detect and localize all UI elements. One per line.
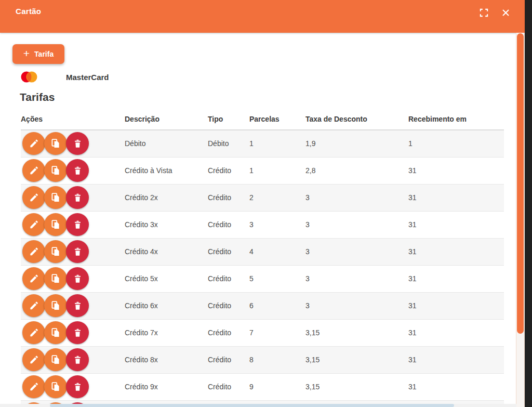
copy-button[interactable] [44,132,67,155]
cell-recebimento: 31 [408,319,504,346]
copy-icon [50,354,61,365]
edit-button[interactable] [22,213,45,236]
delete-button[interactable] [66,267,89,290]
row-actions [21,294,125,317]
cell-parcelas: 1 [249,130,305,157]
delete-button[interactable] [66,348,89,371]
table-body: Débito Débito 1 1,9 1 [21,130,504,407]
delete-button[interactable] [66,159,89,182]
table-header: Ações Descrição Tipo Parcelas Taxa de De… [21,107,504,130]
row-actions [21,240,125,263]
copy-button[interactable] [44,294,67,317]
table-row: Crédito 4x Crédito 4 3 31 [21,238,504,265]
trash-icon [72,246,83,257]
copy-button[interactable] [44,321,67,344]
section-title: Tarifas [20,90,512,104]
cell-descricao: Débito [125,130,208,157]
edit-button[interactable] [22,294,45,317]
trash-icon [72,219,83,230]
copy-icon [50,300,61,311]
edit-button[interactable] [22,240,45,263]
card-brand-label: MasterCard [66,73,109,82]
edit-button[interactable] [22,348,45,371]
cell-parcelas: 3 [249,211,305,238]
copy-button[interactable] [44,348,67,371]
modal-header: Cartão [0,0,525,33]
cell-taxa: 3 [305,184,408,211]
cell-tipo: Crédito [208,319,249,346]
pencil-icon [28,192,39,203]
copy-button[interactable] [44,375,67,398]
edit-button[interactable] [22,267,45,290]
table-row: Crédito 3x Crédito 3 3 31 [21,211,504,238]
cell-taxa: 3 [305,238,408,265]
copy-button[interactable] [44,213,67,236]
copy-button[interactable] [44,159,67,182]
cell-taxa: 3,15 [305,346,408,373]
add-tarifa-button[interactable]: + Tarifa [12,44,64,64]
copy-icon [50,165,61,176]
cell-descricao: Crédito 2x [125,184,208,211]
delete-button[interactable] [66,186,89,209]
row-actions [21,375,125,398]
table-row: Crédito 6x Crédito 6 3 31 [21,292,504,319]
cell-tipo: Débito [208,130,249,157]
table-row: Crédito 7x Crédito 7 3,15 31 [21,319,504,346]
fullscreen-icon [479,8,489,18]
table-row: Crédito à Vista Crédito 1 2,8 31 [21,157,504,184]
cell-parcelas: 7 [249,319,305,346]
close-button[interactable] [500,7,511,18]
trash-icon [72,327,83,338]
cell-descricao: Crédito 9x [125,373,208,400]
trash-icon [72,165,83,176]
cell-recebimento: 31 [408,184,504,211]
cell-parcelas: 2 [249,184,305,211]
copy-icon [50,327,61,338]
cell-taxa: 3 [305,292,408,319]
table-row: Crédito 8x Crédito 8 3,15 31 [21,346,504,373]
edit-button[interactable] [22,375,45,398]
copy-icon [50,273,61,284]
edit-button[interactable] [22,159,45,182]
vertical-scrollbar-thumb[interactable] [517,33,524,334]
cell-tipo: Crédito [208,292,249,319]
delete-button[interactable] [66,321,89,344]
copy-icon [50,381,61,392]
edit-button[interactable] [22,132,45,155]
delete-button[interactable] [66,213,89,236]
trash-icon [72,300,83,311]
plus-icon: + [23,48,30,59]
copy-icon [50,246,61,257]
horizontal-scrollbar-track[interactable] [0,404,516,407]
cell-tipo: Crédito [208,211,249,238]
table-row: Crédito 2x Crédito 2 3 31 [21,184,504,211]
table-row: Crédito 9x Crédito 9 3,15 31 [21,373,504,400]
copy-button[interactable] [44,186,67,209]
trash-icon [72,382,83,392]
fullscreen-button[interactable] [478,7,489,18]
edit-button[interactable] [22,321,45,344]
cell-taxa: 3,15 [305,373,408,400]
cell-taxa: 2,8 [305,157,408,184]
delete-button[interactable] [66,375,89,398]
cell-parcelas: 8 [249,346,305,373]
row-actions [21,348,125,371]
vertical-scrollbar-track[interactable] [516,33,525,407]
horizontal-scrollbar-thumb[interactable] [50,404,454,407]
pencil-icon [28,138,39,149]
delete-button[interactable] [66,240,89,263]
trash-icon [72,273,83,284]
modal-header-icons [478,7,511,18]
trash-icon [72,138,83,149]
delete-button[interactable] [66,294,89,317]
copy-button[interactable] [44,240,67,263]
cell-parcelas: 6 [249,292,305,319]
cell-descricao: Crédito 4x [125,238,208,265]
screen-edge [525,0,532,407]
cell-recebimento: 31 [408,265,504,292]
copy-icon [50,138,61,149]
copy-button[interactable] [44,267,67,290]
delete-button[interactable] [66,132,89,155]
modal-body: + Tarifa MasterCard Tarifas [0,33,525,407]
edit-button[interactable] [22,186,45,209]
